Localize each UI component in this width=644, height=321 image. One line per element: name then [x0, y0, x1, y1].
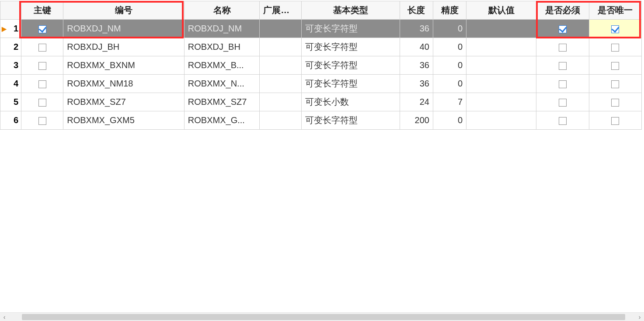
- row-index[interactable]: 3: [0, 56, 21, 75]
- cell-def[interactable]: [466, 111, 536, 130]
- cell-uniq[interactable]: [589, 20, 641, 38]
- cell-uniq[interactable]: [589, 93, 641, 111]
- cell-ext[interactable]: [260, 75, 302, 93]
- scroll-track[interactable]: [9, 313, 635, 321]
- unique-checkbox[interactable]: [611, 62, 619, 70]
- col-header-name[interactable]: 名称: [184, 1, 259, 20]
- cell-base[interactable]: 可变长字符型: [302, 75, 400, 93]
- cell-def[interactable]: [466, 75, 536, 93]
- cell-req[interactable]: [536, 20, 589, 38]
- cell-code[interactable]: ROBXDJ_NM: [63, 20, 184, 38]
- table-row[interactable]: 2ROBXDJ_BHROBXDJ_BH可变长字符型400: [0, 38, 642, 56]
- col-header-req[interactable]: 是否必须: [536, 1, 589, 20]
- table-row[interactable]: 3ROBXMX_BXNMROBXMX_B...可变长字符型360: [0, 56, 642, 75]
- col-header-len[interactable]: 长度: [400, 1, 433, 20]
- cell-ext[interactable]: [260, 56, 302, 75]
- cell-uniq[interactable]: [589, 56, 641, 75]
- cell-uniq[interactable]: [589, 38, 641, 56]
- unique-checkbox[interactable]: [611, 25, 619, 33]
- cell-req[interactable]: [536, 111, 589, 130]
- col-header-index[interactable]: [0, 1, 21, 20]
- row-index[interactable]: 1▶: [0, 20, 21, 38]
- scroll-left-arrow[interactable]: ‹: [0, 313, 9, 321]
- cell-pk[interactable]: [21, 111, 63, 130]
- row-index[interactable]: 2: [0, 38, 21, 56]
- pk-checkbox[interactable]: [38, 25, 46, 33]
- col-header-ext[interactable]: 广展类型: [260, 1, 302, 20]
- cell-prec[interactable]: 0: [433, 111, 466, 130]
- pk-checkbox[interactable]: [38, 80, 46, 88]
- cell-name[interactable]: ROBXMX_SZ7: [184, 93, 259, 111]
- table-row[interactable]: 6ROBXMX_GXM5ROBXMX_G...可变长字符型2000: [0, 111, 642, 130]
- pk-checkbox[interactable]: [38, 44, 46, 52]
- cell-len[interactable]: 36: [400, 75, 433, 93]
- col-header-pk[interactable]: 主键: [21, 1, 63, 20]
- row-index[interactable]: 4: [0, 75, 21, 93]
- cell-name[interactable]: ROBXMX_G...: [184, 111, 259, 130]
- col-header-uniq[interactable]: 是否唯一: [589, 1, 641, 20]
- required-checkbox[interactable]: [559, 25, 567, 33]
- table-row[interactable]: 1▶ROBXDJ_NMROBXDJ_NM可变长字符型360: [0, 20, 642, 38]
- cell-uniq[interactable]: [589, 75, 641, 93]
- col-header-prec[interactable]: 精度: [433, 1, 466, 20]
- cell-prec[interactable]: 0: [433, 20, 466, 38]
- unique-checkbox[interactable]: [611, 99, 619, 107]
- cell-len[interactable]: 24: [400, 93, 433, 111]
- col-header-base[interactable]: 基本类型: [302, 1, 400, 20]
- cell-base[interactable]: 可变长字符型: [302, 56, 400, 75]
- required-checkbox[interactable]: [559, 44, 567, 52]
- scroll-right-arrow[interactable]: ›: [635, 313, 644, 321]
- scroll-thumb[interactable]: [22, 314, 625, 320]
- cell-code[interactable]: ROBXMX_BXNM: [63, 56, 184, 75]
- cell-pk[interactable]: [21, 20, 63, 38]
- required-checkbox[interactable]: [559, 62, 567, 70]
- row-index[interactable]: 6: [0, 111, 21, 130]
- cell-pk[interactable]: [21, 38, 63, 56]
- horizontal-scrollbar[interactable]: ‹ ›: [0, 312, 644, 321]
- cell-prec[interactable]: 0: [433, 38, 466, 56]
- cell-def[interactable]: [466, 56, 536, 75]
- cell-name[interactable]: ROBXMX_N...: [184, 75, 259, 93]
- cell-code[interactable]: ROBXDJ_BH: [63, 38, 184, 56]
- cell-code[interactable]: ROBXMX_NM18: [63, 75, 184, 93]
- cell-prec[interactable]: 0: [433, 56, 466, 75]
- cell-ext[interactable]: [260, 93, 302, 111]
- cell-prec[interactable]: 7: [433, 93, 466, 111]
- cell-base[interactable]: 可变长字符型: [302, 20, 400, 38]
- cell-code[interactable]: ROBXMX_SZ7: [63, 93, 184, 111]
- cell-base[interactable]: 可变长小数: [302, 93, 400, 111]
- cell-base[interactable]: 可变长字符型: [302, 38, 400, 56]
- cell-len[interactable]: 40: [400, 38, 433, 56]
- cell-name[interactable]: ROBXMX_B...: [184, 56, 259, 75]
- cell-req[interactable]: [536, 93, 589, 111]
- cell-ext[interactable]: [260, 20, 302, 38]
- required-checkbox[interactable]: [559, 117, 567, 125]
- cell-req[interactable]: [536, 38, 589, 56]
- cell-def[interactable]: [466, 93, 536, 111]
- required-checkbox[interactable]: [559, 80, 567, 88]
- cell-len[interactable]: 36: [400, 20, 433, 38]
- cell-pk[interactable]: [21, 56, 63, 75]
- table-row[interactable]: 5ROBXMX_SZ7ROBXMX_SZ7可变长小数247: [0, 93, 642, 111]
- cell-ext[interactable]: [260, 38, 302, 56]
- cell-name[interactable]: ROBXDJ_BH: [184, 38, 259, 56]
- cell-pk[interactable]: [21, 75, 63, 93]
- cell-def[interactable]: [466, 20, 536, 38]
- col-header-def[interactable]: 默认值: [466, 1, 536, 20]
- cell-pk[interactable]: [21, 93, 63, 111]
- unique-checkbox[interactable]: [611, 80, 619, 88]
- unique-checkbox[interactable]: [611, 44, 619, 52]
- unique-checkbox[interactable]: [611, 117, 619, 125]
- row-index[interactable]: 5: [0, 93, 21, 111]
- cell-code[interactable]: ROBXMX_GXM5: [63, 111, 184, 130]
- cell-name[interactable]: ROBXDJ_NM: [184, 20, 259, 38]
- cell-base[interactable]: 可变长字符型: [302, 111, 400, 130]
- cell-len[interactable]: 200: [400, 111, 433, 130]
- cell-req[interactable]: [536, 56, 589, 75]
- pk-checkbox[interactable]: [38, 62, 46, 70]
- cell-len[interactable]: 36: [400, 56, 433, 75]
- table-row[interactable]: 4ROBXMX_NM18ROBXMX_N...可变长字符型360: [0, 75, 642, 93]
- cell-uniq[interactable]: [589, 111, 641, 130]
- cell-def[interactable]: [466, 38, 536, 56]
- cell-prec[interactable]: 0: [433, 75, 466, 93]
